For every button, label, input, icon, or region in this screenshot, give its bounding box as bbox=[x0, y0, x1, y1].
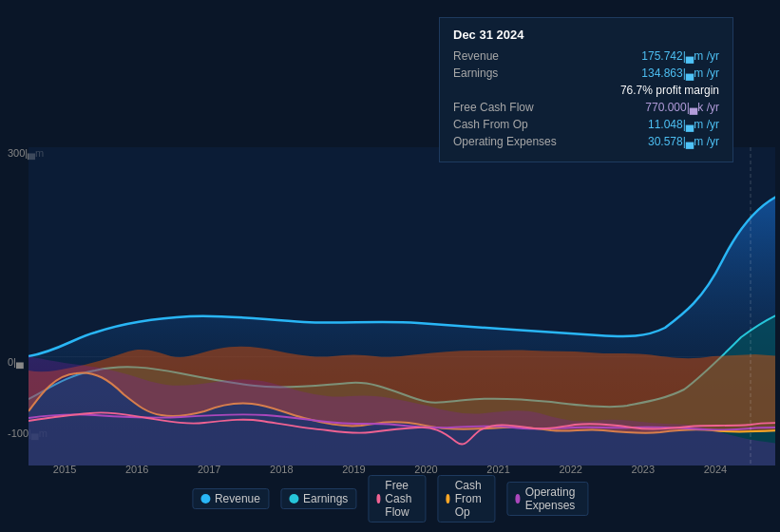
revenue-dot bbox=[200, 494, 210, 504]
opex-value: 30.578|▄m /yr bbox=[648, 135, 719, 148]
legend-cashfromop-label: Cash From Op bbox=[455, 479, 487, 519]
legend-opex[interactable]: Operating Expenses bbox=[506, 482, 588, 516]
x-label-2016: 2016 bbox=[125, 464, 148, 475]
fcf-dot bbox=[376, 494, 380, 504]
legend-earnings-label: Earnings bbox=[303, 492, 348, 505]
revenue-label: Revenue bbox=[453, 49, 499, 63]
legend-fcf-label: Free Cash Flow bbox=[385, 479, 417, 519]
earnings-row: Earnings 134.863|▄m /yr bbox=[453, 66, 719, 80]
x-label-2018: 2018 bbox=[270, 464, 293, 475]
legend-earnings[interactable]: Earnings bbox=[280, 488, 356, 509]
x-label-2017: 2017 bbox=[198, 464, 220, 475]
x-label-2015: 2015 bbox=[53, 464, 76, 475]
legend-opex-label: Operating Expenses bbox=[525, 485, 580, 512]
cashfromop-dot bbox=[446, 494, 449, 504]
chart-legend: Revenue Earnings Free Cash Flow Cash Fro… bbox=[192, 475, 588, 522]
x-axis-labels: 2015 2016 2017 2018 2019 2020 2021 2022 … bbox=[0, 464, 780, 475]
earnings-dot bbox=[289, 494, 298, 504]
x-label-2022: 2022 bbox=[559, 464, 581, 475]
fcf-value: 770.000|▄k /yr bbox=[645, 101, 719, 114]
x-label-2024: 2024 bbox=[704, 464, 727, 475]
earnings-value: 134.863|▄m /yr bbox=[641, 66, 719, 80]
profit-margin-row: 76.7% profit margin bbox=[453, 84, 719, 97]
chart-svg bbox=[0, 147, 780, 466]
x-label-2019: 2019 bbox=[342, 464, 365, 475]
cashfromop-label: Cash From Op bbox=[453, 118, 528, 131]
cashfromop-row: Cash From Op 11.048|▄m /yr bbox=[453, 118, 719, 131]
data-tooltip: Dec 31 2024 Revenue 175.742|▄m /yr Earni… bbox=[439, 17, 733, 162]
fcf-label: Free Cash Flow bbox=[453, 101, 534, 114]
x-label-2023: 2023 bbox=[632, 464, 655, 475]
opex-dot bbox=[515, 494, 520, 504]
tooltip-date: Dec 31 2024 bbox=[453, 28, 719, 42]
opex-row: Operating Expenses 30.578|▄m /yr bbox=[453, 135, 719, 148]
x-label-2021: 2021 bbox=[486, 464, 509, 475]
profit-margin-value: 76.7% profit margin bbox=[620, 84, 719, 97]
x-label-2020: 2020 bbox=[414, 464, 437, 475]
legend-revenue-label: Revenue bbox=[215, 492, 260, 505]
revenue-row: Revenue 175.742|▄m /yr bbox=[453, 49, 719, 63]
opex-label: Operating Expenses bbox=[453, 135, 557, 148]
cashfromop-value: 11.048|▄m /yr bbox=[648, 118, 719, 131]
legend-fcf[interactable]: Free Cash Flow bbox=[368, 475, 426, 522]
legend-cashfromop[interactable]: Cash From Op bbox=[437, 475, 495, 522]
legend-revenue[interactable]: Revenue bbox=[192, 488, 269, 509]
earnings-label: Earnings bbox=[453, 66, 498, 80]
revenue-value: 175.742|▄m /yr bbox=[641, 49, 719, 63]
fcf-row: Free Cash Flow 770.000|▄k /yr bbox=[453, 101, 719, 114]
